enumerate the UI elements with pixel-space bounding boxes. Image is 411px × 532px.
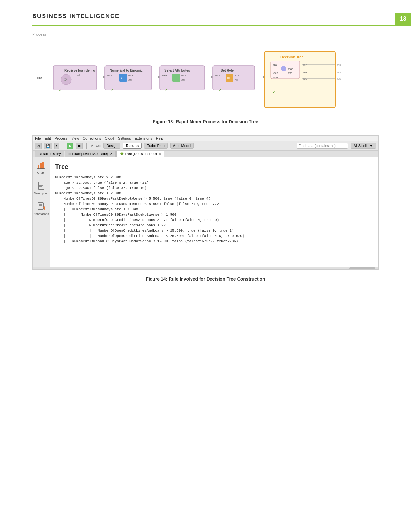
tree-line-3: | age ≤ 22.500: false (false=37, true=10… [55,185,374,191]
header-divider [32,25,411,26]
btn-design[interactable]: Design [103,143,120,149]
svg-text:✓: ✓ [59,88,62,93]
svg-text:Select Attributes: Select Attributes [164,69,190,72]
svg-text:res: res [337,64,341,67]
description-icon [36,181,46,191]
svg-text:mod: mod [288,67,294,71]
svg-text:exa: exa [128,74,133,77]
process-diagram: inp Retrieve loan-deling ↺ out ✓ Numeric… [32,40,379,114]
svg-marker-71 [43,206,45,210]
svg-text:exa: exa [107,74,112,77]
svg-text:Decision Tree: Decision Tree [280,55,304,59]
svg-text:≡: ≡ [121,76,122,80]
svg-rect-60 [40,163,42,169]
annotations-icon [36,202,46,211]
menu-process[interactable]: Process [55,136,68,140]
svg-rect-40 [264,51,335,108]
svg-point-44 [281,66,286,71]
svg-text:exa: exa [181,74,186,77]
figure14-caption: Figure 14: Rule Involved for Decision Tr… [146,276,265,281]
tree-line-8: | | | NumberOfTimes60-89DaysPastDueNotWo… [55,212,374,218]
svg-rect-67 [38,203,43,209]
process-section: Process inp Retrieve loan-deling ↺ out ✓… [32,32,379,124]
svg-text:✓: ✓ [219,88,222,93]
tree-line-2: | age > 22.500: true (false=572, true=42… [55,180,374,186]
menu-cloud[interactable]: Cloud [105,136,114,140]
rm-search-input[interactable] [297,143,348,149]
tab-result-history[interactable]: Result History [35,151,64,157]
rm-main-content: Graph Description [33,157,378,267]
figure13-caption: Figure 13: Rapid Miner Process for Decis… [153,119,258,124]
tree-line-13: | | NumberOfTimes60-89DaysPastDueNotWors… [55,239,374,244]
sidebar-item-annotations[interactable]: Annotations [34,202,49,216]
svg-text:res: res [303,77,307,80]
toolbar-run-icon[interactable]: ▶ [67,143,73,149]
tree-line-5: | NumberOfTimes60-89DaysPastDueNotWorse … [55,196,374,202]
sidebar-item-graph[interactable]: Graph [36,160,46,174]
tree-title: Tree [55,162,374,172]
svg-text:Numerical to Binomi...: Numerical to Binomi... [110,69,144,72]
toolbar-back-icon[interactable]: ◁ [35,143,42,149]
svg-text:Set Role: Set Role [221,69,234,72]
rm-toolbar: ◁ 💾 ▾ ▶ ⏹ Views: Design Results Turbo Pr… [33,141,378,151]
svg-text:⊞: ⊞ [174,76,176,80]
page-header-title: BUSINESS INTELLIGENCE [32,13,120,20]
svg-text:exa: exa [162,74,167,77]
rm-scrollbar[interactable] [33,267,378,269]
svg-rect-63 [38,182,44,189]
sidebar-description-label: Description [34,192,48,195]
svg-text:res: res [303,64,307,67]
toolbar-separator [63,143,63,149]
svg-text:exa: exa [235,74,240,77]
rm-tabs-bar: Result History ⊞ ExampleSet (Set Role) ×… [33,151,378,157]
rm-scrollbar-thumb[interactable] [349,267,375,269]
rapidminer-section: File Edit Process View Corrections Cloud… [32,135,379,282]
svg-text:exa: exa [273,71,278,74]
page-number: 13 [395,13,411,25]
menu-extensions[interactable]: Extensions [135,136,152,140]
sidebar-graph-label: Graph [37,171,45,174]
toolbar-save-icon[interactable]: 💾 [44,143,52,149]
svg-text:res: res [337,71,341,74]
svg-text:✓: ✓ [110,88,113,93]
sidebar-item-description[interactable]: Description [34,181,48,195]
svg-text:res: res [303,71,307,74]
tree-line-6: | NumberOfTimes60-89DaysPastDueNotWorse … [55,202,374,207]
menu-edit[interactable]: Edit [45,136,51,140]
rm-menubar: File Edit Process View Corrections Cloud… [33,136,378,141]
tree-line-12: | | | | | NumberOfOpenCreditLinesAndLoan… [55,233,374,239]
toolbar-separator2 [86,143,87,149]
menu-file[interactable]: File [35,136,41,140]
svg-rect-61 [42,162,44,169]
sidebar-annotations-label: Annotations [34,212,49,216]
svg-text:ori: ori [181,78,185,82]
tree-line-1: NumberOfTimes90DaysLate > 2.890 [55,175,374,180]
svg-text:out: out [76,74,80,77]
toolbar-stop-icon[interactable]: ⏹ [76,143,83,149]
all-studio-btn[interactable]: All Studio ▼ [351,143,376,149]
svg-text:⊞: ⊞ [227,76,230,80]
process-label: Process [32,32,379,37]
tab-tree-decision-tree[interactable]: 🌳 Tree (Decision Tree) × [116,151,164,157]
svg-text:exa: exa [288,71,293,74]
btn-results[interactable]: Results [123,143,142,149]
svg-text:✓: ✓ [272,90,276,94]
tree-line-10: | | | | NumberOfOpenCreditLinesAndLoans … [55,223,374,228]
btn-turbo-prep[interactable]: Turbo Prep [144,143,168,149]
tree-line-9: | | | | NumberOfOpenCreditLinesAndLoans … [55,217,374,223]
tab-example-set[interactable]: ⊞ ExampleSet (Set Role) × [65,151,116,157]
graph-icon [36,160,46,170]
tree-line-7: | | NumberOfTimes90DaysLate ≤ 1.890 [55,207,374,212]
menu-help[interactable]: Help [156,136,163,140]
svg-text:ori: ori [128,78,132,82]
svg-text:wei: wei [273,76,278,79]
toolbar-save-dropdown[interactable]: ▾ [54,143,59,149]
menu-view[interactable]: View [71,136,79,140]
rm-left-sidebar: Graph Description [33,157,50,267]
rm-tree-panel: Tree NumberOfTimes90DaysLate > 2.890 | a… [50,157,378,267]
views-label: Views: [91,144,101,148]
menu-corrections[interactable]: Corrections [83,136,101,140]
svg-text:inp: inp [37,75,42,79]
menu-settings[interactable]: Settings [118,136,131,140]
btn-auto-model[interactable]: Auto Model [170,143,194,149]
